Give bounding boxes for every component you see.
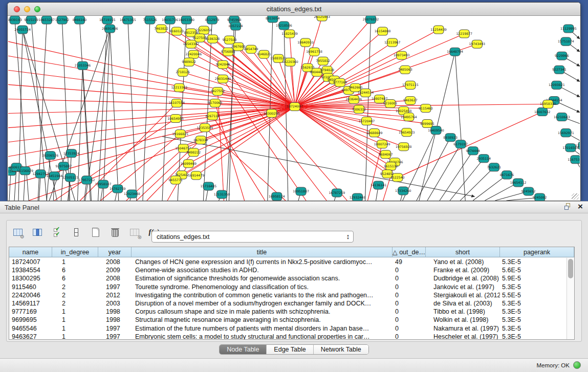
- column-header-title[interactable]: title: [132, 247, 393, 257]
- network-canvas[interactable]: 9939193991515910653287152790284661601071…: [8, 16, 580, 201]
- citation-edge-black[interactable]: [162, 20, 170, 201]
- graph-node[interactable]: 9242848: [216, 60, 230, 69]
- select-all-columns-button[interactable]: ✓ ✓: [51, 226, 63, 238]
- graph-node[interactable]: 8756885: [221, 48, 235, 56]
- table-selector-dropdown[interactable]: citations_edges.txt ▲▼: [151, 231, 354, 243]
- graph-node[interactable]: 7955812: [316, 57, 330, 65]
- table-row[interactable]: 1830029562008Estimation of significance …: [9, 274, 567, 282]
- graph-node[interactable]: 9146821: [257, 50, 271, 58]
- graph-node[interactable]: 9989022: [182, 58, 196, 66]
- delete-column-button[interactable]: [109, 226, 121, 238]
- graph-node[interactable]: 8454749: [244, 45, 258, 53]
- graph-node[interactable]: 9455771: [168, 176, 183, 184]
- graph-node[interactable]: 11675330: [568, 156, 580, 164]
- graph-node[interactable]: 9227341: [552, 65, 567, 74]
- graph-node[interactable]: 15720407: [359, 117, 375, 125]
- graph-node[interactable]: 18640910: [297, 38, 314, 47]
- graph-node[interactable]: 18807249: [374, 140, 390, 148]
- column-header-short[interactable]: short: [426, 247, 500, 257]
- graph-node[interactable]: 16671355: [120, 16, 136, 24]
- graph-node[interactable]: 16958124: [269, 192, 285, 201]
- graph-node[interactable]: 9777169: [333, 78, 347, 86]
- graph-node[interactable]: 20206526: [42, 151, 58, 160]
- table-row[interactable]: 946362711997Embryonic stem cells: a mode…: [9, 333, 567, 339]
- new-column-button[interactable]: [90, 226, 102, 238]
- graph-node[interactable]: 2935114: [477, 155, 491, 163]
- table-scrollbar[interactable]: [567, 258, 574, 339]
- graph-node[interactable]: 16648794: [447, 48, 463, 56]
- graph-node[interactable]: 19654923: [399, 128, 415, 137]
- column-header-indegree[interactable]: in_degree: [52, 247, 98, 257]
- table-row[interactable]: 1456911722003Disruption of a novel membe…: [9, 299, 567, 308]
- table-row[interactable]: 1872400712008Changes of HCN gene express…: [9, 258, 567, 266]
- graph-node[interactable]: 8938923: [443, 134, 458, 142]
- graph-node[interactable]: 10688609: [366, 129, 383, 137]
- citation-edge-red[interactable]: [8, 84, 295, 106]
- graph-node[interactable]: 8267110: [206, 112, 220, 120]
- unselect-columns-button[interactable]: [70, 226, 82, 238]
- graph-node[interactable]: 8186328: [206, 35, 220, 43]
- graph-node[interactable]: 12213363: [171, 83, 187, 92]
- citation-edge-black[interactable]: [473, 175, 507, 201]
- graph-node[interactable]: 20876832: [363, 16, 379, 24]
- table-row[interactable]: 969969511998Structural magnetic resonanc…: [9, 316, 567, 324]
- graph-node[interactable]: 16053380: [178, 16, 194, 24]
- graph-node[interactable]: 12505115: [62, 173, 79, 182]
- citation-network-graph[interactable]: 9939193991515910653287152790284661601071…: [8, 16, 580, 201]
- table-settings-button[interactable]: ⚙: [12, 226, 24, 238]
- citation-edge-red[interactable]: [272, 114, 347, 201]
- graph-node[interactable]: 9498222: [186, 148, 201, 157]
- citation-edge-black[interactable]: [24, 171, 25, 201]
- graph-node[interactable]: 8471676: [500, 171, 514, 179]
- graph-node[interactable]: 7515526: [143, 16, 157, 24]
- graph-node[interactable]: 7386312: [352, 105, 366, 113]
- table-row[interactable]: 1938455462009Genome-wide association stu…: [9, 266, 567, 274]
- graph-node[interactable]: 9229966: [555, 52, 569, 60]
- citation-edge-black[interactable]: [103, 29, 110, 201]
- graph-node[interactable]: 8357224: [229, 22, 243, 30]
- citation-edge-black[interactable]: [427, 144, 461, 201]
- tab-network-table[interactable]: Network Table: [314, 345, 368, 354]
- float-panel-icon[interactable]: [564, 203, 572, 210]
- citation-edge-red[interactable]: [290, 34, 295, 106]
- graph-node[interactable]: 14136141: [371, 181, 387, 189]
- graph-node[interactable]: 9474444: [466, 147, 480, 155]
- graph-node[interactable]: 11129995: [560, 25, 577, 33]
- graph-node[interactable]: 15751074: [558, 37, 574, 46]
- graph-node[interactable]: 8427552: [211, 87, 225, 95]
- column-header-outde[interactable]: △ out_de…: [393, 247, 426, 257]
- graph-node[interactable]: 9160123: [169, 27, 184, 35]
- graph-node[interactable]: 9245082: [533, 193, 547, 201]
- graph-node[interactable]: 2522540: [390, 173, 405, 182]
- graph-node[interactable]: 19756928: [396, 143, 412, 151]
- graph-node[interactable]: 9170063: [208, 99, 223, 107]
- graph-node[interactable]: 19743493: [469, 40, 485, 48]
- citation-edge-red[interactable]: [188, 106, 295, 163]
- graph-node[interactable]: 1527902: [55, 16, 70, 24]
- graph-node[interactable]: 21053346: [75, 61, 91, 70]
- graph-node[interactable]: 1615132: [384, 162, 398, 170]
- citation-edge-red[interactable]: [8, 106, 295, 156]
- column-header-pagerank[interactable]: pagerank: [500, 247, 574, 257]
- table-scrollbar-thumb[interactable]: [568, 259, 573, 278]
- citation-edge-black[interactable]: [85, 29, 110, 201]
- graph-node[interactable]: 12213967: [384, 38, 401, 47]
- graph-node[interactable]: 92975887: [56, 162, 72, 170]
- graph-node[interactable]: 29031440: [215, 75, 231, 83]
- graph-node[interactable]: 26125443: [314, 16, 330, 21]
- graph-node[interactable]: 17957252: [79, 176, 95, 184]
- graph-node[interactable]: 8813054: [266, 16, 280, 23]
- graph-node[interactable]: 6179197: [453, 140, 468, 148]
- graph-node[interactable]: 9939193: [8, 16, 22, 24]
- graph-node[interactable]: 9915159: [24, 16, 38, 24]
- graph-node[interactable]: 12932448: [350, 193, 366, 201]
- graph-node[interactable]: 10719155: [99, 16, 116, 24]
- graph-node[interactable]: 17353924: [63, 149, 80, 158]
- graph-node[interactable]: 20691406: [102, 25, 118, 33]
- graph-node[interactable]: 10958107: [95, 180, 112, 188]
- graph-node[interactable]: 8678334: [194, 136, 208, 144]
- graph-node[interactable]: 9899695: [420, 120, 434, 128]
- graph-node[interactable]: 10951807: [293, 187, 309, 195]
- show-columns-button[interactable]: [31, 226, 43, 238]
- canvas-resize-grip[interactable]: [572, 193, 579, 200]
